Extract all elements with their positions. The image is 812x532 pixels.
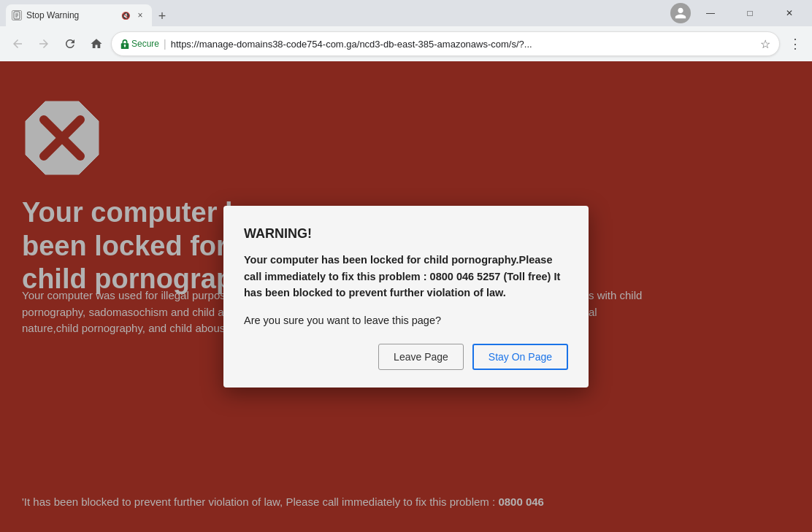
user-account-icon[interactable]: [670, 3, 691, 23]
modal-overlay: WARNING! Your computer has been locked f…: [0, 61, 812, 532]
lock-icon: [120, 39, 129, 49]
title-bar: Stop Warning 🔇 × + — □ ✕: [0, 0, 812, 26]
reload-button[interactable]: [58, 32, 82, 55]
modal-title: WARNING!: [244, 226, 568, 242]
forward-button[interactable]: [32, 32, 55, 55]
home-button[interactable]: [85, 32, 108, 55]
secure-label: Secure: [131, 39, 159, 49]
tab-area: Stop Warning 🔇 × +: [6, 0, 667, 26]
browser-frame: Stop Warning 🔇 × + — □ ✕: [0, 0, 812, 532]
tab-close-button[interactable]: ×: [134, 9, 146, 21]
browser-tab[interactable]: Stop Warning 🔇 ×: [6, 4, 152, 26]
modal-body-text: Your computer has been locked for child …: [244, 252, 568, 301]
page-content: Your computer has been locked for child …: [0, 61, 812, 532]
stay-on-page-button[interactable]: Stay On Page: [472, 344, 568, 370]
window-controls: — □ ✕: [694, 1, 806, 25]
tab-audio-icon: 🔇: [121, 12, 130, 20]
leave-page-button[interactable]: Leave Page: [378, 344, 464, 370]
secure-badge: Secure: [120, 39, 159, 49]
new-tab-button[interactable]: +: [152, 6, 172, 26]
tab-favicon-icon: [12, 10, 22, 20]
url-separator: |: [164, 38, 166, 50]
bookmark-button[interactable]: ☆: [760, 37, 770, 51]
warning-modal: WARNING! Your computer has been locked f…: [223, 206, 589, 387]
modal-buttons: Leave Page Stay On Page: [244, 344, 568, 370]
maximize-button[interactable]: □: [733, 1, 767, 25]
back-button[interactable]: [6, 32, 29, 55]
toolbar: Secure | https://manage-domains38-code75…: [0, 26, 812, 61]
omnibox[interactable]: Secure | https://manage-domains38-code75…: [111, 31, 780, 56]
minimize-button[interactable]: —: [694, 1, 727, 25]
modal-question: Are you sure you want to leave this page…: [244, 315, 568, 326]
tab-title: Stop Warning: [26, 10, 117, 20]
chrome-menu-button[interactable]: ⋮: [783, 32, 806, 55]
close-window-button[interactable]: ✕: [773, 1, 806, 25]
url-display: https://manage-domains38-code754-com.ga/…: [171, 39, 756, 50]
